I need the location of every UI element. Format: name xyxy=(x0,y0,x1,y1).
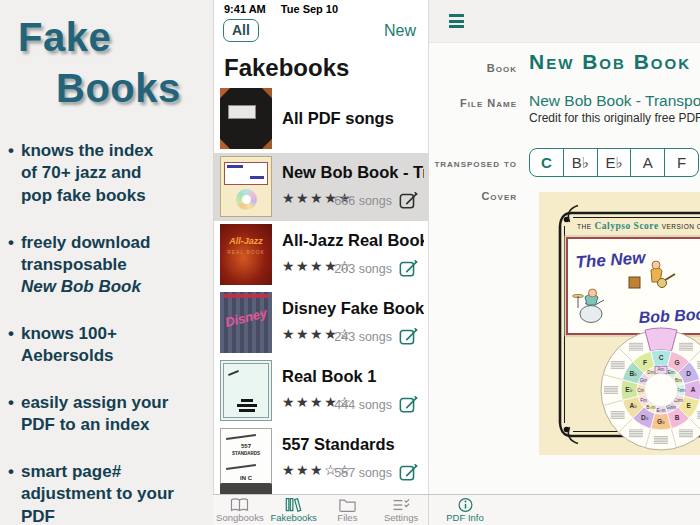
feature-bullet: •knows the indexof 70+ jazz andpop fake … xyxy=(8,140,213,206)
book-cover-image: TheCalypso Scoreversion of ... The New B… xyxy=(539,192,700,455)
row-song-count: 243 songs xyxy=(334,330,392,344)
back-all-button[interactable]: All xyxy=(223,19,259,42)
key-option-f[interactable]: F xyxy=(664,149,698,176)
svg-text:E: E xyxy=(687,402,692,409)
bullet-text: freely downloadtransposableNew Bob Book xyxy=(21,232,150,298)
bullet-text: knows 100+Aebersolds xyxy=(21,323,117,367)
svg-text:Cm: Cm xyxy=(637,388,644,393)
bullet-dot: • xyxy=(8,392,14,436)
tab-pdf-info[interactable]: PDF Info xyxy=(443,495,487,525)
bottom-tab-bar: SongbooksFakebooksFilesSettings PDF Info xyxy=(213,494,700,525)
svg-text:G♯m: G♯m xyxy=(666,405,676,410)
svg-text:D♭: D♭ xyxy=(641,414,649,421)
tab-songbooks[interactable]: Songbooks xyxy=(213,495,267,525)
fakebooks-list-pane: 9:41 AM Tue Sep 10 All New Fakebooks All… xyxy=(213,0,428,494)
tab-label: Files xyxy=(337,513,357,524)
file-name-label: File Name xyxy=(429,97,517,109)
row-song-count: 557 songs xyxy=(334,466,392,480)
phone-tab-group: SongbooksFakebooksFilesSettings xyxy=(213,495,428,525)
svg-text:F♯m: F♯m xyxy=(677,388,686,393)
svg-text:B♭m: B♭m xyxy=(646,405,655,410)
key-option-b[interactable]: B♭ xyxy=(563,149,597,176)
fakebook-row[interactable]: Real Book 1★★★★☆444 songs xyxy=(214,357,428,425)
file-credit-text: Credit for this originally free PDF ge xyxy=(529,111,700,125)
next-row-thumbnail-sliver xyxy=(220,483,272,494)
status-time: 9:41 AM xyxy=(224,3,266,15)
svg-text:F: F xyxy=(643,359,647,366)
svg-text:Fm: Fm xyxy=(640,398,647,403)
row-title: 557 Standards xyxy=(282,435,424,454)
tab-files[interactable]: Files xyxy=(321,495,375,525)
folder-icon xyxy=(337,497,358,513)
svg-text:E♭: E♭ xyxy=(625,386,632,393)
svg-text:Em: Em xyxy=(668,370,675,375)
new-button[interactable]: New xyxy=(384,22,416,40)
tab-settings[interactable]: Settings xyxy=(374,495,428,525)
svg-text:B: B xyxy=(675,414,680,421)
row-title: All-Jazz Real Book xyxy=(282,231,424,250)
edit-compose-icon[interactable] xyxy=(399,394,419,414)
info-icon xyxy=(455,497,476,513)
bullet-text: easily assign yourPDF to an index xyxy=(21,392,168,436)
feature-bullet: •freely downloadtransposableNew Bob Book xyxy=(8,232,213,298)
detail-tab-group: PDF Info xyxy=(428,495,700,525)
tab-label: PDF Info xyxy=(446,513,484,524)
fakebook-row[interactable]: New Bob Book - Tra…★★★★★666 songs xyxy=(214,153,428,221)
all-jazz-thumbnail: All-JazzREAL BOOK xyxy=(220,224,272,285)
edit-compose-icon[interactable] xyxy=(399,462,419,482)
bullet-dot: • xyxy=(8,140,14,206)
bullet-dot: • xyxy=(8,461,14,525)
row-title: New Bob Book - Tra… xyxy=(282,163,424,182)
app-screenshot: FakeBooks •knows the indexof 70+ jazz an… xyxy=(0,0,700,525)
fakebook-row[interactable]: All-JazzREAL BOOKAll-Jazz Real Book★★★★☆… xyxy=(214,221,428,289)
status-bar: 9:41 AM Tue Sep 10 xyxy=(214,0,428,15)
book-title-value: New Bob Book xyxy=(529,50,691,74)
feature-bullet: •smart page#adjustment to yourPDF xyxy=(8,461,213,525)
settings-list-icon xyxy=(391,497,412,513)
tab-label: Settings xyxy=(384,513,418,524)
key-option-e[interactable]: E♭ xyxy=(597,149,631,176)
svg-text:D: D xyxy=(686,370,691,377)
bookshelf-icon xyxy=(283,497,304,513)
edit-compose-icon[interactable] xyxy=(399,258,419,278)
all-pdf-songs-thumbnail xyxy=(220,88,272,149)
disney-thumbnail: Disney xyxy=(220,292,272,353)
row-title: Real Book 1 xyxy=(282,367,424,386)
title-line-2: Books xyxy=(56,63,213,114)
edit-compose-icon[interactable] xyxy=(399,190,419,210)
feature-bullet: •knows 100+Aebersolds xyxy=(8,323,213,367)
page-title: FakeBooks xyxy=(18,12,213,114)
fakebook-row[interactable]: All PDF songs xyxy=(214,85,428,153)
feature-bullet-list: •knows the indexof 70+ jazz andpop fake … xyxy=(8,140,213,525)
edit-compose-icon[interactable] xyxy=(399,326,419,346)
bullet-dot: • xyxy=(8,232,14,298)
bullet-text: smart page#adjustment to yourPDF xyxy=(21,461,174,525)
list-title: Fakebooks xyxy=(224,54,428,82)
file-name-value[interactable]: New Bob Book - Transpo xyxy=(529,92,700,110)
pdf-info-pane: Book New Bob Book File Name New Bob Book… xyxy=(428,0,700,494)
tab-fakebooks[interactable]: Fakebooks xyxy=(267,495,321,525)
key-segmented-control: CB♭E♭AF xyxy=(529,148,699,177)
fakebooks-list: All PDF songsNew Bob Book - Tra…★★★★★666… xyxy=(214,85,428,493)
key-option-c[interactable]: C xyxy=(530,149,563,176)
fakebook-row[interactable]: DisneyDisney Fake Book★★★★☆243 songs xyxy=(214,289,428,357)
svg-text:E♭m: E♭m xyxy=(656,408,665,413)
bullet-text: knows the indexof 70+ jazz andpop fake b… xyxy=(21,140,153,206)
svg-text:Bm: Bm xyxy=(675,378,682,383)
cover-title-line-2: Bob Book xyxy=(638,305,700,326)
svg-text:Gm: Gm xyxy=(640,378,648,383)
svg-text:A♭: A♭ xyxy=(629,402,637,409)
row-song-count: 444 songs xyxy=(334,398,392,412)
svg-text:A: A xyxy=(691,386,696,393)
key-option-a[interactable]: A xyxy=(630,149,664,176)
real-book-1-thumbnail xyxy=(220,360,272,421)
status-date: Tue Sep 10 xyxy=(281,3,338,15)
open-book-icon xyxy=(229,497,250,513)
svg-text:C: C xyxy=(659,354,664,361)
row-title: All PDF songs xyxy=(282,109,424,128)
557-standards-thumbnail: 557STANDARDSIN C xyxy=(220,428,272,489)
title-line-1: Fake xyxy=(18,15,111,59)
book-label: Book xyxy=(429,62,517,74)
hamburger-menu-icon[interactable] xyxy=(449,14,464,31)
svg-text:B♭: B♭ xyxy=(629,370,637,377)
